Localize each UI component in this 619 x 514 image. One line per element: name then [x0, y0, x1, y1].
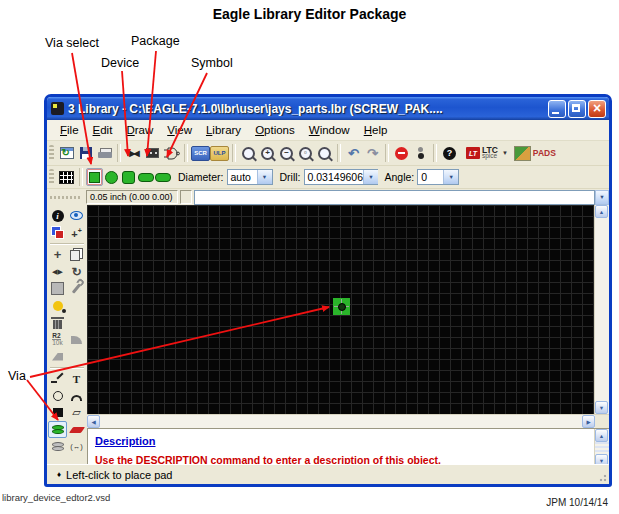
- split-tool-button[interactable]: [48, 348, 67, 365]
- description-scrollbar[interactable]: ▲ ▼: [594, 429, 609, 467]
- polygon-tool-button[interactable]: ▱: [67, 404, 86, 421]
- callout-package: Package: [131, 34, 180, 48]
- pad-shape-long-button[interactable]: [137, 168, 154, 186]
- scroll-up-icon[interactable]: ▲: [595, 205, 608, 218]
- copy-tool-button[interactable]: [67, 246, 86, 263]
- resize-grip[interactable]: [596, 471, 608, 483]
- undo-button[interactable]: ↶: [344, 143, 363, 163]
- redo-button[interactable]: ↷: [363, 143, 382, 163]
- scroll-right-icon[interactable]: ▶: [582, 415, 595, 428]
- pads-icon: [514, 146, 531, 161]
- pad-shape-round-button[interactable]: [103, 168, 120, 186]
- close-button[interactable]: [588, 100, 606, 118]
- menu-help[interactable]: Help: [357, 122, 395, 138]
- smd-tool-button[interactable]: [67, 421, 86, 438]
- run-ulp-button[interactable]: ULP: [210, 143, 229, 163]
- text-tool-button[interactable]: T: [67, 370, 86, 387]
- mark-tool-button[interactable]: ++: [67, 224, 86, 241]
- rect-icon: [53, 408, 63, 417]
- command-history-dropdown[interactable]: ▼: [595, 190, 609, 205]
- change-tool-button[interactable]: [67, 280, 86, 297]
- pad-shape-octagon-button[interactable]: [120, 168, 137, 186]
- ltc-spice-button[interactable]: LT LTC spice ▼: [463, 146, 511, 160]
- cut-icon: [53, 301, 63, 311]
- mirror-tool-button[interactable]: ◀▶: [48, 263, 67, 280]
- print-button[interactable]: [95, 143, 114, 163]
- canvas-horizontal-scrollbar[interactable]: ◀ ▶: [87, 414, 609, 428]
- run-script-button[interactable]: SCR: [191, 143, 210, 163]
- zoom-fit-button[interactable]: [239, 143, 258, 163]
- dimension-tool-button[interactable]: (↔): [67, 438, 86, 455]
- description-link[interactable]: Description: [95, 435, 156, 447]
- title-bar[interactable]: 3 Library - C:\EAGLE-7.1.0\lbr\user\jays…: [47, 97, 609, 120]
- wire-tool-button[interactable]: [48, 370, 67, 387]
- menu-window[interactable]: Window: [302, 122, 357, 138]
- zoom-out-button[interactable]: −: [277, 143, 296, 163]
- package-editor-button[interactable]: [143, 143, 162, 163]
- toolbar-separator: [79, 168, 83, 186]
- scroll-up-icon[interactable]: ▲: [595, 429, 608, 442]
- info-tool-button[interactable]: i: [48, 207, 67, 224]
- circle-tool-button[interactable]: [48, 387, 67, 404]
- zoom-in-button[interactable]: +: [258, 143, 277, 163]
- minimize-button[interactable]: [548, 100, 566, 118]
- zoom-select-button[interactable]: ▫: [296, 143, 315, 163]
- grid-button[interactable]: [57, 167, 76, 187]
- symbol-editor-button[interactable]: [162, 143, 181, 163]
- scroll-left-icon[interactable]: ◀: [87, 415, 100, 428]
- package-icon: [146, 148, 159, 158]
- drawing-canvas[interactable]: [87, 205, 594, 414]
- wire-icon: [51, 372, 64, 385]
- angle-combobox[interactable]: 0 ▼: [417, 169, 459, 185]
- command-bar-grip[interactable]: [50, 196, 82, 199]
- drill-combobox[interactable]: 0.03149606 ▼: [304, 169, 378, 185]
- placed-pad[interactable]: [333, 298, 350, 315]
- cut-tool-button[interactable]: [48, 297, 67, 314]
- menu-options[interactable]: Options: [248, 122, 302, 138]
- stop-button[interactable]: [392, 143, 411, 163]
- callout-via-select: Via select: [45, 36, 99, 50]
- diameter-dropdown-icon[interactable]: ▼: [257, 170, 272, 184]
- menu-library[interactable]: Library: [199, 122, 248, 138]
- maximize-button[interactable]: [568, 100, 586, 118]
- diameter-combobox[interactable]: auto ▼: [227, 169, 273, 185]
- pad-shape-offset-button[interactable]: [154, 168, 171, 186]
- traffic-light-button[interactable]: [411, 143, 430, 163]
- canvas-vertical-scrollbar[interactable]: ▲ ▼: [594, 205, 609, 414]
- pad-shape-square-button[interactable]: [86, 168, 103, 186]
- angle-dropdown-icon[interactable]: ▼: [443, 170, 458, 184]
- hole-tool-button[interactable]: [48, 438, 67, 455]
- pad-tool-button[interactable]: [48, 421, 67, 438]
- rect-tool-button[interactable]: [48, 404, 67, 421]
- move-tool-button[interactable]: +: [48, 246, 67, 263]
- delete-tool-button[interactable]: [48, 314, 67, 331]
- zoom-redraw-button[interactable]: [315, 143, 334, 163]
- help-button[interactable]: ?: [440, 143, 459, 163]
- show-tool-button[interactable]: [67, 207, 86, 224]
- scroll-down-icon[interactable]: ▼: [595, 401, 608, 414]
- callout-device: Device: [101, 56, 139, 70]
- rotate-tool-button[interactable]: ↻: [67, 263, 86, 280]
- menu-edit[interactable]: Edit: [86, 122, 120, 138]
- miter-tool-button[interactable]: [67, 331, 86, 348]
- toolbar-grip[interactable]: [49, 145, 54, 161]
- zoom-fit-icon: [242, 147, 255, 160]
- drill-dropdown-icon[interactable]: ▼: [363, 170, 378, 184]
- name-value-tool-button[interactable]: R210k: [48, 331, 67, 348]
- menu-view[interactable]: View: [160, 122, 199, 138]
- command-input[interactable]: [194, 190, 595, 205]
- menu-draw[interactable]: Draw: [119, 122, 160, 138]
- file-footnote: library_device_edtor2.vsd: [2, 492, 110, 503]
- coordinate-mode-button[interactable]: [180, 190, 192, 204]
- tool-palette: i ++ + ◀▶ ↻ R210k: [47, 205, 87, 464]
- arc-tool-button[interactable]: [67, 387, 86, 404]
- group-tool-button[interactable]: [48, 280, 67, 297]
- menu-file[interactable]: File: [53, 122, 86, 138]
- toolbar-grip[interactable]: [49, 169, 54, 185]
- save-button[interactable]: [76, 143, 95, 163]
- toolbar-separator: [117, 144, 121, 162]
- display-layers-button[interactable]: [48, 224, 67, 241]
- pads-button[interactable]: PADS: [511, 145, 559, 162]
- open-library-button[interactable]: [57, 143, 76, 163]
- device-editor-button[interactable]: ▶◀: [124, 143, 143, 163]
